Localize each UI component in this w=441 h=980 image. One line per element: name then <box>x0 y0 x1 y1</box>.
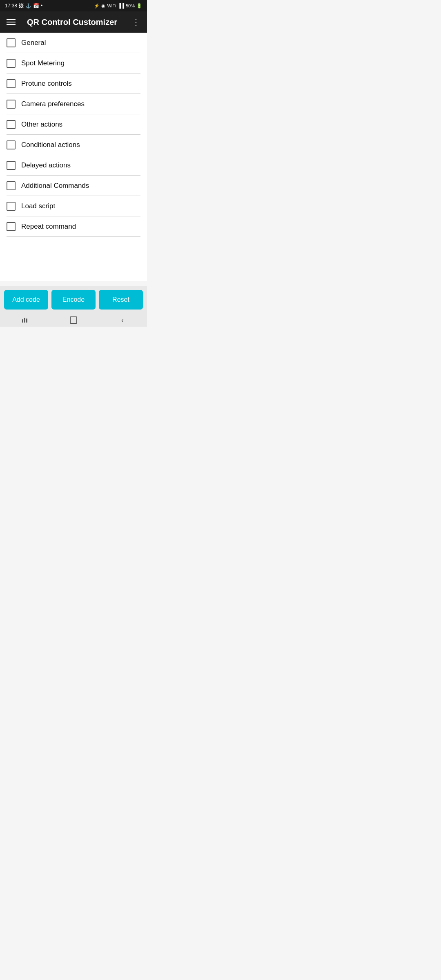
checkbox-item-other-actions[interactable]: Other actions <box>0 114 147 135</box>
checkbox-load-script[interactable] <box>7 202 16 211</box>
checkbox-item-conditional-actions[interactable]: Conditional actions <box>0 135 147 155</box>
status-bar: 17:38 🖼 ⚓ 📅 • ⚡ ◉ WiFi ▐▐ 50% 🔋 <box>0 0 147 11</box>
back-button[interactable]: ‹ <box>110 314 135 326</box>
time: 17:38 <box>5 3 17 9</box>
label-other-actions: Other actions <box>21 120 140 129</box>
recents-button[interactable] <box>12 314 37 326</box>
more-options-icon[interactable]: ⋮ <box>132 17 140 27</box>
gallery-icon: 🖼 <box>19 3 24 9</box>
back-icon: ‹ <box>121 316 124 325</box>
label-load-script: Load script <box>21 202 140 210</box>
encode-button[interactable]: Encode <box>51 290 96 310</box>
reset-button[interactable]: Reset <box>99 290 143 310</box>
status-right: ⚡ ◉ WiFi ▐▐ 50% 🔋 <box>94 3 142 9</box>
label-repeat-command: Repeat command <box>21 223 140 231</box>
checkbox-camera-preferences[interactable] <box>7 100 16 109</box>
checkbox-item-spot-metering[interactable]: Spot Metering <box>0 53 147 74</box>
status-left: 17:38 🖼 ⚓ 📅 • <box>5 3 42 9</box>
label-conditional-actions: Conditional actions <box>21 141 140 149</box>
label-additional-commands: Additional Commands <box>21 182 140 190</box>
label-protune-controls: Protune controls <box>21 80 140 88</box>
checkbox-item-general[interactable]: General <box>0 33 147 53</box>
checkbox-item-delayed-actions[interactable]: Delayed actions <box>0 155 147 176</box>
location-icon: ◉ <box>101 3 105 9</box>
label-camera-preferences: Camera preferences <box>21 100 140 108</box>
wifi-icon: WiFi <box>107 3 116 8</box>
checkbox-item-additional-commands[interactable]: Additional Commands <box>0 176 147 196</box>
app-title: QR Control Customizer <box>12 18 132 27</box>
label-spot-metering: Spot Metering <box>21 59 140 67</box>
home-icon <box>70 316 77 324</box>
battery-text: 50% <box>126 3 135 8</box>
checkbox-repeat-command[interactable] <box>7 222 16 231</box>
checkbox-item-camera-preferences[interactable]: Camera preferences <box>0 94 147 114</box>
checkbox-item-repeat-command[interactable]: Repeat command <box>0 216 147 237</box>
checkbox-item-load-script[interactable]: Load script <box>0 196 147 216</box>
bluetooth-icon: ⚡ <box>94 3 100 9</box>
checkbox-list: GeneralSpot MeteringProtune controlsCame… <box>0 33 147 237</box>
recents-icon <box>22 318 27 323</box>
checkbox-additional-commands[interactable] <box>7 181 16 190</box>
usb-icon: ⚓ <box>25 3 31 9</box>
checkbox-item-protune-controls[interactable]: Protune controls <box>0 74 147 94</box>
label-general: General <box>21 39 140 47</box>
dot-icon: • <box>41 3 42 9</box>
battery-icon: 🔋 <box>136 3 142 9</box>
checkbox-other-actions[interactable] <box>7 120 16 129</box>
label-delayed-actions: Delayed actions <box>21 161 140 169</box>
calendar-icon: 📅 <box>33 3 39 9</box>
checkbox-delayed-actions[interactable] <box>7 161 16 170</box>
checkbox-spot-metering[interactable] <box>7 59 16 68</box>
toolbar: QR Control Customizer ⋮ <box>0 11 147 33</box>
checkbox-general[interactable] <box>7 38 16 47</box>
bottom-bar: Add code Encode Reset <box>0 286 147 314</box>
add-code-button[interactable]: Add code <box>4 290 48 310</box>
signal-icon: ▐▐ <box>118 3 124 8</box>
home-button[interactable] <box>61 314 86 326</box>
nav-bar: ‹ <box>0 314 147 327</box>
checkbox-protune-controls[interactable] <box>7 79 16 88</box>
content-area: GeneralSpot MeteringProtune controlsCame… <box>0 33 147 281</box>
checkbox-conditional-actions[interactable] <box>7 140 16 149</box>
